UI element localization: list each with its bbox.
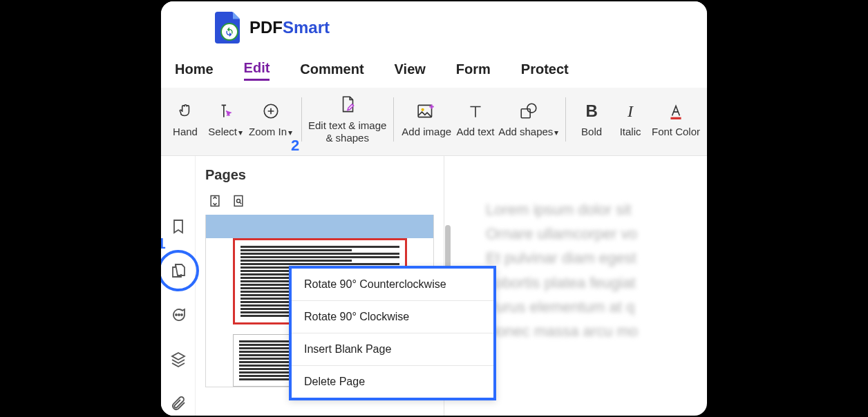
separator (393, 97, 394, 142)
hand-icon (176, 102, 194, 120)
pages-panel: Pages (196, 156, 444, 416)
add-image-icon (417, 102, 436, 120)
ctx-delete-page[interactable]: Delete Page (292, 366, 493, 398)
svg-point-8 (181, 314, 182, 316)
pages-panel-title: Pages (205, 167, 434, 183)
pages-icon[interactable]: 1 (170, 262, 187, 279)
tool-zoom-in[interactable]: Zoom In (248, 99, 293, 139)
svg-rect-3 (521, 109, 530, 118)
comments-icon[interactable] (170, 307, 187, 323)
add-text-icon (466, 102, 484, 120)
separator (301, 97, 302, 142)
toolbar: Hand Select Zoom In (161, 88, 707, 156)
page-fit-icon[interactable] (208, 194, 222, 208)
svg-point-7 (178, 314, 180, 316)
page-zoom-icon[interactable] (232, 194, 245, 208)
select-icon (216, 102, 234, 120)
annotation-step-2: 2 (291, 137, 299, 155)
edit-page-icon (339, 95, 357, 115)
tool-add-shapes[interactable]: Add shapes (500, 99, 557, 139)
app-logo (215, 12, 243, 43)
ctx-insert-blank[interactable]: Insert Blank Page (292, 333, 493, 366)
svg-point-6 (176, 314, 177, 316)
thumbnail-selection-bar (206, 215, 433, 238)
tool-edit-text-image-shapes[interactable]: Edit text & image & shapes (310, 93, 385, 146)
menu-home[interactable]: Home (175, 61, 214, 80)
font-color-icon (667, 101, 685, 122)
tool-add-text[interactable]: Add text (455, 99, 496, 139)
menu-edit[interactable]: Edit (244, 60, 270, 81)
svg-rect-5 (670, 117, 681, 119)
layers-icon[interactable] (170, 351, 187, 367)
tool-hand[interactable]: Hand (168, 99, 202, 139)
tool-add-image[interactable]: Add image (402, 99, 451, 139)
annotation-step-1: 1 (161, 235, 166, 253)
tool-bold[interactable]: B Bold (574, 99, 609, 139)
app-window: PDFSmart Home Edit Comment View Form Pro… (161, 1, 707, 416)
bold-icon: B (585, 101, 597, 122)
menubar: Home Edit Comment View Form Protect (161, 53, 707, 88)
attachment-icon[interactable] (170, 395, 187, 411)
italic-icon: I (628, 101, 633, 122)
tool-select[interactable]: Select (207, 99, 244, 139)
left-rail: 1 (161, 156, 196, 416)
zoom-in-icon (262, 102, 280, 120)
ctx-rotate-cw[interactable]: Rotate 90° Clockwise (292, 301, 493, 333)
menu-view[interactable]: View (395, 61, 426, 80)
tool-italic[interactable]: I Italic (613, 99, 648, 139)
pages-panel-tools (205, 194, 434, 208)
workspace: 1 Pages (161, 156, 707, 416)
bookmark-icon[interactable] (170, 218, 187, 235)
menu-comment[interactable]: Comment (300, 61, 364, 80)
refresh-icon (224, 26, 235, 37)
titlebar: PDFSmart (161, 1, 707, 53)
svg-point-4 (527, 104, 536, 113)
menu-protect[interactable]: Protect (521, 61, 569, 80)
context-menu: Rotate 90° Counterclockwise Rotate 90° C… (289, 266, 496, 400)
svg-rect-10 (234, 196, 243, 206)
document-text: Lorem ipsum dolor sit Ornare ullamcorper… (486, 197, 707, 343)
brand-name: PDFSmart (249, 18, 330, 37)
tool-font-color[interactable]: Font Color (652, 99, 700, 139)
svg-point-2 (422, 108, 424, 111)
menu-form[interactable]: Form (456, 61, 491, 80)
separator (565, 97, 566, 142)
annotation-ring-1 (161, 250, 199, 291)
ctx-rotate-ccw[interactable]: Rotate 90° Counterclockwise (292, 269, 493, 301)
add-shapes-icon (519, 102, 538, 120)
